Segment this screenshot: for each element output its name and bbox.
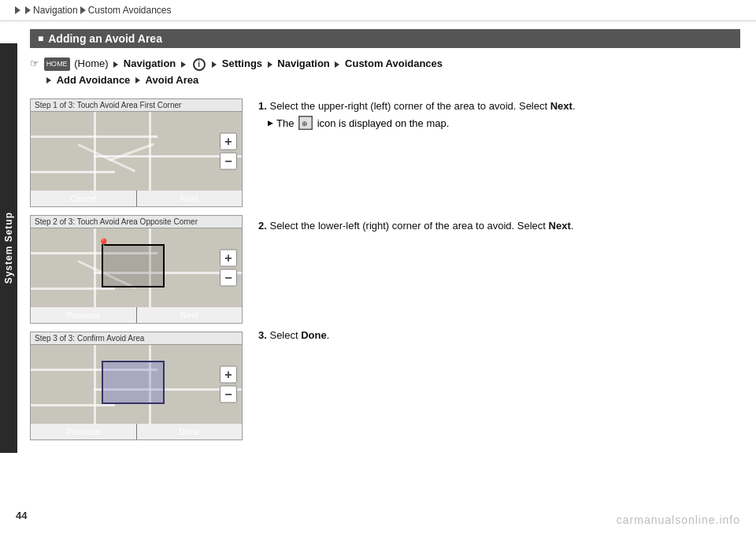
map-2-area: 📍 + − — [31, 228, 242, 307]
path-arrow1 — [113, 61, 118, 68]
path-settings: Settings — [222, 57, 262, 69]
road — [31, 171, 115, 173]
map-2-title: Step 2 of 3: Touch Avoid Area Opposite C… — [31, 216, 242, 228]
side-tab: System Setup — [0, 43, 17, 453]
path-arrow3 — [212, 61, 217, 68]
step-1-sub-text: The — [276, 116, 294, 132]
steps-column: 1. Select the upper-right (left) corner … — [258, 98, 740, 440]
step-3-block: 3. Select Done. — [258, 328, 740, 343]
map-3-prev-btn[interactable]: Previous — [31, 424, 137, 439]
svg-text:⊕: ⊕ — [302, 120, 308, 128]
map-2-prev-btn[interactable]: Previous — [31, 307, 137, 323]
map-1-bottom: Cancel Next — [31, 191, 242, 206]
path-arrow6 — [46, 77, 51, 83]
path-avoid-area: Avoid Area — [146, 74, 199, 86]
section-heading: Adding an Avoid Area — [30, 29, 740, 48]
step-3-main: Select — [269, 329, 301, 341]
map-1-title: Step 1 of 3: Touch Avoid Area First Corn… — [31, 99, 242, 112]
map-3-controls[interactable]: + − — [220, 365, 237, 402]
path-arrow5 — [335, 61, 339, 68]
step-1-end: . — [573, 100, 576, 112]
step-1-block: 1. Select the upper-right (left) corner … — [258, 98, 740, 132]
step-2-main: Select the lower-left (right) corner of … — [269, 220, 548, 232]
road — [149, 112, 151, 191]
path-custom-avoidances: Custom Avoidances — [345, 57, 443, 69]
step-1-num: 1. — [258, 100, 267, 112]
road — [31, 287, 115, 290]
side-tab-label: System Setup — [3, 212, 14, 284]
step-2-text: 2. Select the lower-left (right) corner … — [258, 218, 740, 234]
breadcrumb-nav1: Navigation — [33, 5, 78, 16]
step-2-block: 2. Select the lower-left (right) corner … — [258, 218, 740, 234]
step-1-sub: The ⊕ icon is displayed on the map. — [258, 116, 740, 132]
watermark: carmanualsonline.info — [617, 514, 740, 526]
step-2-end: . — [571, 220, 574, 232]
zoom-in-btn-3[interactable]: + — [220, 365, 237, 383]
map-1-next-btn[interactable]: Next — [137, 191, 243, 206]
step-3-num: 3. — [258, 329, 267, 341]
step-2-num: 2. — [258, 220, 267, 232]
road — [109, 143, 154, 161]
selection-box — [102, 244, 165, 287]
tri-icon2 — [25, 6, 31, 14]
step-1-bold: Next — [550, 100, 573, 112]
step-1-sub-rest: icon is displayed on the map. — [317, 116, 450, 132]
zoom-out-btn-2[interactable]: − — [220, 269, 237, 286]
map-pin: 📍 — [97, 238, 110, 250]
content-body: Step 1 of 3: Touch Avoid Area First Corn… — [30, 98, 740, 440]
map-3-bottom: Previous Done — [31, 424, 242, 439]
road — [94, 345, 96, 424]
step-3-end: . — [327, 329, 330, 341]
map-2: Step 2 of 3: Touch Avoid Area Opposite C… — [30, 215, 243, 324]
instruction-path: ☞ HOME (Home) Navigation i Settings Navi… — [30, 56, 740, 89]
map-1-cancel-btn[interactable]: Cancel — [31, 191, 137, 206]
breadcrumb-bar: Navigation Custom Avoidances — [0, 0, 756, 21]
map-1-controls[interactable]: + − — [220, 132, 237, 169]
map-2-controls[interactable]: + − — [220, 249, 237, 286]
cursor-icon: ☞ — [30, 57, 39, 69]
info-icon: i — [193, 58, 206, 71]
nav-icon: ⊕ — [298, 116, 313, 130]
road — [31, 404, 115, 406]
zoom-in-btn-2[interactable]: + — [220, 249, 237, 266]
step-2-bold: Next — [549, 220, 571, 232]
maps-column: Step 1 of 3: Touch Avoid Area First Corn… — [30, 98, 243, 440]
home-icon: HOME — [44, 57, 70, 70]
avoid-area-highlight — [102, 361, 165, 404]
path-nav2: Navigation — [277, 57, 329, 69]
main-content: Adding an Avoid Area ☞ HOME (Home) Navig… — [17, 21, 756, 525]
section-heading-text: Adding an Avoid Area — [48, 32, 162, 45]
step-1-main: Select the upper-right (left) corner of … — [269, 100, 550, 112]
tri-icon3 — [80, 6, 86, 14]
map-1: Step 1 of 3: Touch Avoid Area First Corn… — [30, 98, 243, 207]
breadcrumb-custom: Custom Avoidances — [88, 5, 172, 16]
map-1-area: + − — [31, 112, 242, 191]
path-arrow7 — [135, 77, 140, 83]
step-3-bold: Done — [301, 329, 327, 341]
step-1-text: 1. Select the upper-right (left) corner … — [258, 98, 740, 114]
map-3: Step 3 of 3: Confirm Avoid Area + − Prev — [30, 332, 243, 440]
path-arrow2 — [181, 61, 186, 68]
map-3-title: Step 3 of 3: Confirm Avoid Area — [31, 332, 242, 345]
map-2-bottom: Previous Next — [31, 307, 242, 323]
path-arrow4 — [268, 61, 272, 68]
path-nav1: Navigation — [124, 57, 176, 69]
zoom-out-btn-3[interactable]: − — [220, 385, 237, 402]
map-3-area: + − — [31, 345, 242, 424]
map-3-done-btn[interactable]: Done — [137, 424, 243, 439]
tri-icon1 — [15, 6, 20, 14]
zoom-out-btn-1[interactable]: − — [220, 152, 237, 169]
step-3-text: 3. Select Done. — [258, 328, 740, 343]
road — [77, 143, 135, 172]
page-number: 44 — [16, 510, 27, 521]
zoom-in-btn-1[interactable]: + — [220, 132, 237, 150]
map-2-next-btn[interactable]: Next — [137, 307, 243, 323]
path-add-avoidance: Add Avoidance — [57, 74, 131, 86]
